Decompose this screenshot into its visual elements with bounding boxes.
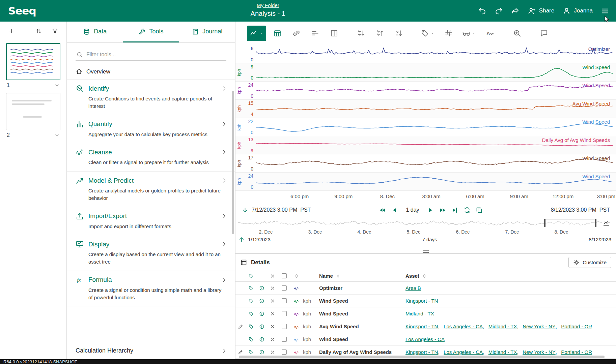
- row-checkbox[interactable]: [282, 285, 287, 291]
- lane-plot[interactable]: Wind Speed: [256, 118, 613, 136]
- asset-column-header[interactable]: Asset: [405, 273, 613, 279]
- lane-y-axis[interactable]: 60: [235, 45, 256, 63]
- tab-tools[interactable]: Tools: [123, 22, 179, 42]
- tool-quantify[interactable]: QuantifyAggregate your data to calculate…: [67, 115, 235, 144]
- asset-link[interactable]: Area B: [405, 285, 421, 291]
- forward-share-button[interactable]: [511, 7, 520, 15]
- tag-icon[interactable]: [248, 337, 254, 342]
- comment-button[interactable]: [536, 26, 552, 41]
- copy-range-button[interactable]: [476, 207, 483, 214]
- collapse-range-icon[interactable]: [242, 207, 249, 214]
- details-row[interactable]: OptimizerArea B: [235, 282, 616, 295]
- trend-lane-1[interactable]: 60Optimizer: [235, 45, 616, 63]
- asset-link[interactable]: New York - NY: [523, 349, 556, 355]
- info-icon[interactable]: [259, 350, 264, 355]
- overview-selection[interactable]: [544, 219, 596, 227]
- x-icon[interactable]: [270, 285, 275, 291]
- add-worksheet-button[interactable]: [8, 28, 15, 34]
- lane-label[interactable]: Wind Speed: [582, 155, 610, 161]
- undo-button[interactable]: [478, 7, 486, 15]
- info-icon[interactable]: [259, 324, 264, 329]
- tools-scrollbar[interactable]: [232, 91, 234, 234]
- row-checkbox[interactable]: [282, 311, 287, 316]
- redo-button[interactable]: [495, 7, 503, 15]
- details-row[interactable]: kphWind Speed: [235, 359, 616, 359]
- chevron-down-icon[interactable]: [54, 132, 60, 138]
- asset-link[interactable]: Kingsport - TN: [405, 324, 438, 329]
- row-checkbox[interactable]: [282, 350, 287, 355]
- asset-link[interactable]: Los Angeles - CA: [405, 336, 445, 342]
- capsule-link-button[interactable]: [288, 26, 304, 41]
- tool-display[interactable]: DisplayCreate a display based on the cur…: [67, 235, 235, 271]
- step-back-button[interactable]: [391, 207, 398, 214]
- lane-y-axis[interactable]: kph90: [235, 63, 256, 81]
- tag-icon[interactable]: [248, 324, 254, 329]
- lane-y-axis[interactable]: kph220: [235, 118, 256, 136]
- refresh-button[interactable]: [464, 207, 471, 214]
- row-name[interactable]: Avg Wind Speed: [319, 324, 405, 329]
- trend-lane-2[interactable]: kph90Wind Speed: [235, 63, 616, 82]
- pencil-icon[interactable]: [238, 324, 243, 329]
- breadcrumb-my-folder[interactable]: My Folder: [257, 2, 279, 8]
- trend-lane-5[interactable]: kph220Wind Speed: [235, 118, 616, 136]
- asset-link[interactable]: Midland - TX: [488, 324, 517, 329]
- lane-plot[interactable]: Daily Avg of Avg Wind Speeds: [256, 136, 613, 154]
- tag-icon[interactable]: [248, 273, 254, 279]
- gridlines-button[interactable]: [441, 26, 456, 41]
- tool-identify[interactable]: IdentifyCreate Conditions to find events…: [67, 80, 235, 115]
- fast-forward-button[interactable]: [439, 207, 446, 214]
- overview-fit-icon[interactable]: [603, 219, 610, 226]
- lane-up-button[interactable]: [372, 26, 388, 41]
- asset-link[interactable]: Midland - TX: [488, 349, 517, 355]
- info-icon[interactable]: [259, 337, 264, 342]
- lane-y-axis[interactable]: kph139: [235, 136, 256, 154]
- asset-link[interactable]: Los Angeles - CA: [444, 349, 483, 355]
- lane-y-axis[interactable]: kph170: [235, 154, 256, 172]
- range-start-date[interactable]: 7/12/2023 3:00 PM: [252, 207, 297, 213]
- hide-signals-button[interactable]: [459, 26, 479, 41]
- expand-range-icon[interactable]: [238, 236, 245, 243]
- x-icon[interactable]: [270, 298, 275, 304]
- trend-lane-8[interactable]: kph240Wind Speed: [235, 173, 616, 191]
- tool-overview[interactable]: Overview: [67, 63, 235, 79]
- worksheet-thumbnail-2[interactable]: [6, 93, 60, 130]
- bars-button[interactable]: [307, 26, 323, 41]
- selection-right-handle[interactable]: [595, 219, 596, 227]
- row-checkbox[interactable]: [282, 324, 287, 329]
- chart-type-button[interactable]: [247, 26, 266, 41]
- row-name[interactable]: Wind Speed: [319, 311, 405, 316]
- details-row[interactable]: kphWind SpeedMidland - TX: [235, 307, 616, 320]
- tool-cleanse[interactable]: CleanseClean or filter a signal to prepa…: [67, 143, 235, 172]
- zoom-button[interactable]: [509, 26, 525, 41]
- customize-button[interactable]: Customize: [568, 257, 611, 268]
- chevron-down-icon[interactable]: [54, 83, 60, 88]
- filter-tools-input[interactable]: [86, 52, 226, 58]
- lane-label[interactable]: Wind Speed: [582, 64, 610, 70]
- hamburger-menu-button[interactable]: [601, 7, 609, 15]
- trend-lane-6[interactable]: kph139Daily Avg of Avg Wind Speeds: [235, 136, 616, 154]
- lane-label[interactable]: Daily Avg of Avg Wind Speeds: [542, 137, 610, 143]
- row-checkbox[interactable]: [282, 337, 287, 342]
- info-icon[interactable]: [259, 298, 264, 304]
- overview-duration[interactable]: 7 days: [422, 237, 437, 242]
- lane-sort-button[interactable]: [391, 26, 407, 41]
- tab-data[interactable]: Data: [67, 22, 123, 42]
- tab-journal[interactable]: Journal: [179, 22, 235, 42]
- row-name[interactable]: Wind Speed: [319, 298, 405, 304]
- asset-link[interactable]: Portland - OR: [561, 349, 592, 355]
- pencil-icon[interactable]: [238, 350, 243, 355]
- lane-label[interactable]: Wind Speed: [582, 83, 610, 88]
- x-icon[interactable]: [270, 311, 275, 316]
- x-icon[interactable]: [270, 324, 275, 329]
- lane-label[interactable]: Avg Wind Speed: [572, 101, 610, 107]
- x-icon[interactable]: [270, 337, 275, 342]
- trend-lane-3[interactable]: kph240Wind Speed: [235, 82, 616, 100]
- lane-label[interactable]: Wind Speed: [582, 119, 610, 125]
- lane-plot[interactable]: Optimizer: [256, 45, 613, 63]
- labels-button[interactable]: [418, 26, 437, 41]
- table-view-button[interactable]: [270, 26, 285, 41]
- range-duration[interactable]: 1 day: [406, 207, 419, 213]
- annotate-button[interactable]: A: [482, 26, 498, 41]
- time-axis[interactable]: 6:00 pm9:00 pm8. Dec3:00 am6:00 am9:00 a…: [256, 191, 613, 202]
- row-checkbox[interactable]: [282, 298, 287, 303]
